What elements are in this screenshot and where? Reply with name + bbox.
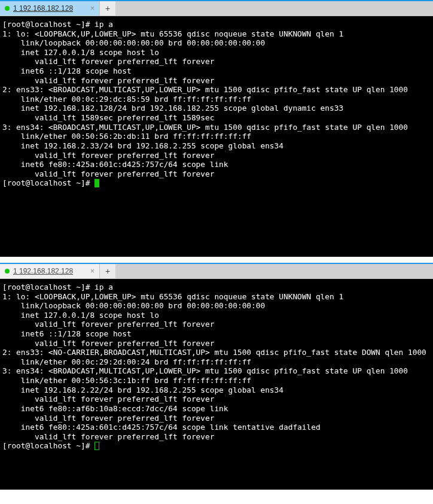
new-tab-button[interactable]: + (99, 264, 115, 278)
output-line: inet 192.168.182.128/24 brd 192.168.182.… (2, 104, 343, 113)
terminal-window-bottom: 1 192.168.182.128 × + [root@localhost ~]… (0, 263, 433, 490)
prompt: [root@localhost ~]# (2, 283, 94, 292)
prompt-line: [root@localhost ~]# ip a (2, 20, 113, 29)
prompt: [root@localhost ~]# (2, 441, 94, 450)
command-text: ip a (94, 20, 113, 29)
close-icon[interactable]: × (90, 4, 94, 13)
output-line: valid_lft forever preferred_lft forever (2, 339, 214, 348)
output-line: inet6 fe80::af6b:10a8:eccd:7dcc/64 scope… (2, 404, 228, 413)
output-line: inet6 ::1/128 scope host (2, 329, 132, 338)
output-line: valid_lft forever preferred_lft forever (2, 169, 214, 178)
prompt-line: [root@localhost ~]# (2, 441, 99, 450)
tab-title: 1 192.168.182.128 (13, 4, 73, 13)
output-line: 2: ens33: <BROADCAST,MULTICAST,UP,LOWER_… (2, 85, 408, 94)
status-dot-icon (5, 269, 10, 274)
prompt: [root@localhost ~]# (2, 20, 94, 29)
cursor-icon (94, 442, 99, 450)
close-icon[interactable]: × (90, 267, 94, 275)
prompt-line: [root@localhost ~]# ip a (2, 283, 113, 292)
tab-session-1[interactable]: 1 192.168.182.128 × (0, 1, 99, 16)
terminal-output[interactable]: [root@localhost ~]# ip a 1: lo: <LOOPBAC… (0, 279, 433, 490)
output-line: valid_lft forever preferred_lft forever (2, 151, 214, 160)
output-line: 3: ens34: <BROADCAST,MULTICAST,UP,LOWER_… (2, 366, 408, 375)
new-tab-button[interactable]: + (99, 1, 115, 16)
output-line: inet 127.0.0.1/8 scope host lo (2, 311, 159, 320)
prompt-line: [root@localhost ~]# (2, 178, 99, 187)
tab-bar: 1 192.168.182.128 × + (0, 263, 433, 278)
output-line: inet 192.168.2.33/24 brd 192.168.2.255 s… (2, 141, 283, 150)
output-line: inet 192.168.2.22/24 brd 192.168.2.255 s… (2, 385, 283, 394)
output-line: valid_lft forever preferred_lft forever (2, 432, 214, 441)
output-line: link/ether 00:0c:29:2d:00:24 brd ff:ff:f… (2, 357, 251, 366)
prompt: [root@localhost ~]# (2, 178, 94, 187)
output-line: 3: ens34: <BROADCAST,MULTICAST,UP,LOWER_… (2, 123, 408, 132)
output-line: 1: lo: <LOOPBACK,UP,LOWER_UP> mtu 65536 … (2, 292, 343, 301)
output-line: link/ether 00:50:56:3c:1b:ff brd ff:ff:f… (2, 376, 251, 385)
output-line: 1: lo: <LOOPBACK,UP,LOWER_UP> mtu 65536 … (2, 29, 343, 38)
output-line: valid_lft forever preferred_lft forever (2, 394, 214, 403)
tab-session-1[interactable]: 1 192.168.182.128 × (0, 264, 99, 278)
tab-title: 1 192.168.182.128 (13, 267, 73, 275)
output-line: 2: ens33: <NO-CARRIER,BROADCAST,MULTICAS… (2, 348, 426, 357)
tab-bar: 1 192.168.182.128 × + (0, 0, 433, 16)
cursor-icon (94, 179, 99, 187)
output-line: link/loopback 00:00:00:00:00:00 brd 00:0… (2, 38, 265, 47)
output-line: valid_lft forever preferred_lft forever (2, 320, 214, 329)
command-text: ip a (94, 283, 113, 292)
output-line: inet6 ::1/128 scope host (2, 66, 132, 75)
terminal-output[interactable]: [root@localhost ~]# ip a 1: lo: <LOOPBAC… (0, 16, 433, 257)
status-dot-icon (5, 6, 10, 11)
output-line: link/loopback 00:00:00:00:00:00 brd 00:0… (2, 301, 265, 310)
output-line: valid_lft forever preferred_lft forever (2, 414, 214, 423)
output-line: valid_lft forever preferred_lft forever (2, 76, 214, 85)
output-line: inet 127.0.0.1/8 scope host lo (2, 48, 159, 57)
output-line: link/ether 00:0c:29:dc:85:59 brd ff:ff:f… (2, 95, 251, 104)
output-line: valid_lft forever preferred_lft forever (2, 57, 214, 66)
output-line: valid_lft 1589sec preferred_lft 1589sec (2, 113, 214, 122)
output-line: inet6 fe80::425a:601c:d425:757c/64 scope… (2, 423, 321, 432)
output-line: link/ether 00:50:56:2b:db:11 brd ff:ff:f… (2, 132, 251, 141)
terminal-window-top: 1 192.168.182.128 × + [root@localhost ~]… (0, 0, 433, 257)
output-line: inet6 fe80::425a:601c:d425:757c/64 scope… (2, 160, 228, 169)
